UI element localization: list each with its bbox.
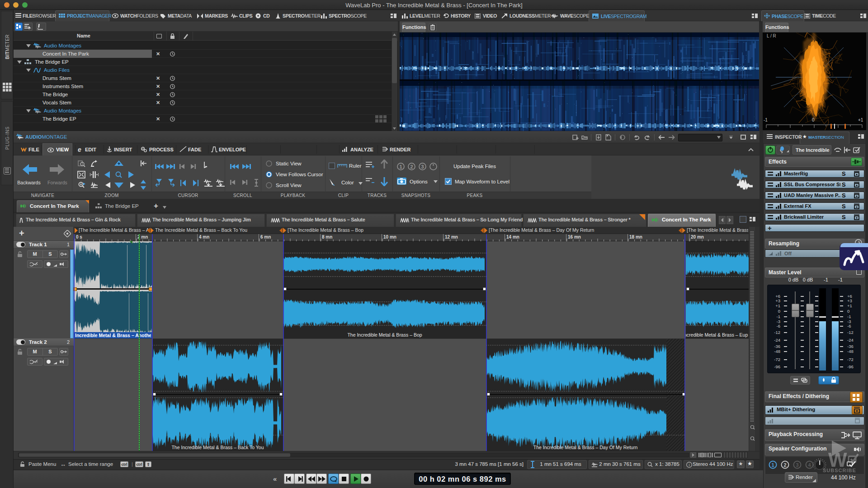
svg-text:2: 2	[783, 462, 786, 468]
svg-text:1: 1	[771, 462, 774, 468]
svg-text:SUBSCRIBE: SUBSCRIBE	[823, 468, 856, 473]
svg-text:i: i	[689, 463, 690, 467]
svg-text:4: 4	[808, 462, 811, 468]
svg-text:3: 3	[421, 164, 424, 169]
svg-text:2: 2	[410, 164, 413, 169]
svg-text:3: 3	[796, 462, 798, 468]
svg-text:1: 1	[399, 164, 402, 169]
